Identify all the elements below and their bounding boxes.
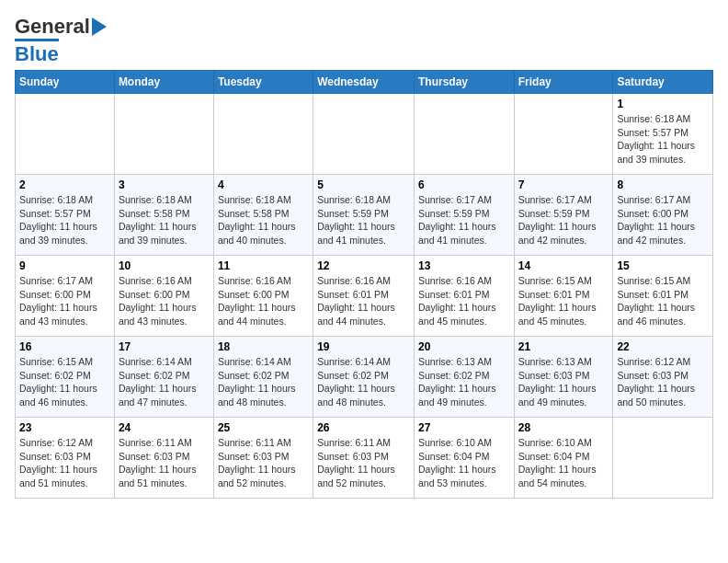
- day-cell-9: 9Sunrise: 6:17 AM Sunset: 6:00 PM Daylig…: [16, 256, 115, 337]
- day-info: Sunrise: 6:18 AM Sunset: 5:58 PM Dayligh…: [119, 193, 210, 247]
- day-number: 4: [218, 178, 309, 191]
- empty-cell: [613, 418, 713, 499]
- weekday-header-sunday: Sunday: [16, 71, 115, 94]
- week-row-2: 2Sunrise: 6:18 AM Sunset: 5:57 PM Daylig…: [16, 175, 713, 256]
- day-number: 10: [119, 259, 210, 272]
- day-number: 22: [617, 340, 709, 353]
- day-cell-20: 20Sunrise: 6:13 AM Sunset: 6:02 PM Dayli…: [414, 337, 514, 418]
- day-number: 9: [19, 259, 110, 272]
- day-number: 7: [518, 178, 609, 191]
- day-cell-22: 22Sunrise: 6:12 AM Sunset: 6:03 PM Dayli…: [613, 337, 713, 418]
- day-number: 2: [19, 178, 110, 191]
- day-info: Sunrise: 6:17 AM Sunset: 5:59 PM Dayligh…: [418, 193, 510, 247]
- weekday-header-friday: Friday: [514, 71, 613, 94]
- day-info: Sunrise: 6:15 AM Sunset: 6:02 PM Dayligh…: [19, 355, 110, 409]
- day-cell-27: 27Sunrise: 6:10 AM Sunset: 6:04 PM Dayli…: [414, 418, 514, 499]
- day-number: 26: [317, 421, 410, 434]
- day-cell-3: 3Sunrise: 6:18 AM Sunset: 5:58 PM Daylig…: [114, 175, 213, 256]
- day-number: 15: [617, 259, 709, 272]
- day-number: 19: [317, 340, 410, 353]
- weekday-header-wednesday: Wednesday: [313, 71, 415, 94]
- logo-general: General: [15, 15, 90, 39]
- day-number: 21: [518, 340, 609, 353]
- day-info: Sunrise: 6:18 AM Sunset: 5:59 PM Dayligh…: [317, 193, 410, 247]
- day-cell-15: 15Sunrise: 6:15 AM Sunset: 6:01 PM Dayli…: [613, 256, 713, 337]
- day-cell-1: 1Sunrise: 6:18 AM Sunset: 5:57 PM Daylig…: [613, 94, 713, 175]
- day-cell-6: 6Sunrise: 6:17 AM Sunset: 5:59 PM Daylig…: [414, 175, 514, 256]
- weekday-header-monday: Monday: [114, 71, 213, 94]
- empty-cell: [114, 94, 213, 175]
- day-number: 12: [317, 259, 410, 272]
- day-info: Sunrise: 6:13 AM Sunset: 6:02 PM Dayligh…: [418, 355, 510, 409]
- day-info: Sunrise: 6:11 AM Sunset: 6:03 PM Dayligh…: [119, 436, 210, 490]
- day-number: 18: [218, 340, 309, 353]
- day-cell-10: 10Sunrise: 6:16 AM Sunset: 6:00 PM Dayli…: [114, 256, 213, 337]
- day-number: 13: [418, 259, 510, 272]
- day-cell-17: 17Sunrise: 6:14 AM Sunset: 6:02 PM Dayli…: [114, 337, 213, 418]
- day-info: Sunrise: 6:12 AM Sunset: 6:03 PM Dayligh…: [617, 355, 709, 409]
- weekday-header-saturday: Saturday: [613, 71, 713, 94]
- day-cell-11: 11Sunrise: 6:16 AM Sunset: 6:00 PM Dayli…: [213, 256, 313, 337]
- day-cell-24: 24Sunrise: 6:11 AM Sunset: 6:03 PM Dayli…: [114, 418, 213, 499]
- day-info: Sunrise: 6:14 AM Sunset: 6:02 PM Dayligh…: [218, 355, 309, 409]
- empty-cell: [313, 94, 415, 175]
- day-number: 8: [617, 178, 709, 191]
- day-info: Sunrise: 6:18 AM Sunset: 5:58 PM Dayligh…: [218, 193, 309, 247]
- day-number: 11: [218, 259, 309, 272]
- day-number: 27: [418, 421, 510, 434]
- day-info: Sunrise: 6:15 AM Sunset: 6:01 PM Dayligh…: [617, 274, 709, 328]
- day-cell-13: 13Sunrise: 6:16 AM Sunset: 6:01 PM Dayli…: [414, 256, 514, 337]
- day-info: Sunrise: 6:18 AM Sunset: 5:57 PM Dayligh…: [19, 193, 110, 247]
- week-row-3: 9Sunrise: 6:17 AM Sunset: 6:00 PM Daylig…: [16, 256, 713, 337]
- day-cell-18: 18Sunrise: 6:14 AM Sunset: 6:02 PM Dayli…: [213, 337, 313, 418]
- day-number: 25: [218, 421, 309, 434]
- empty-cell: [16, 94, 115, 175]
- day-number: 28: [518, 421, 609, 434]
- day-cell-25: 25Sunrise: 6:11 AM Sunset: 6:03 PM Dayli…: [213, 418, 313, 499]
- day-number: 6: [418, 178, 510, 191]
- header: General Blue: [15, 15, 713, 66]
- weekday-header-tuesday: Tuesday: [213, 71, 313, 94]
- empty-cell: [514, 94, 613, 175]
- empty-cell: [414, 94, 514, 175]
- day-info: Sunrise: 6:13 AM Sunset: 6:03 PM Dayligh…: [518, 355, 609, 409]
- week-row-1: 1Sunrise: 6:18 AM Sunset: 5:57 PM Daylig…: [16, 94, 713, 175]
- day-info: Sunrise: 6:16 AM Sunset: 6:01 PM Dayligh…: [418, 274, 510, 328]
- day-info: Sunrise: 6:12 AM Sunset: 6:03 PM Dayligh…: [19, 436, 110, 490]
- day-cell-8: 8Sunrise: 6:17 AM Sunset: 6:00 PM Daylig…: [613, 175, 713, 256]
- day-info: Sunrise: 6:11 AM Sunset: 6:03 PM Dayligh…: [317, 436, 410, 490]
- day-number: 23: [19, 421, 110, 434]
- day-cell-4: 4Sunrise: 6:18 AM Sunset: 5:58 PM Daylig…: [213, 175, 313, 256]
- day-cell-14: 14Sunrise: 6:15 AM Sunset: 6:01 PM Dayli…: [514, 256, 613, 337]
- day-number: 5: [317, 178, 410, 191]
- day-cell-28: 28Sunrise: 6:10 AM Sunset: 6:04 PM Dayli…: [514, 418, 613, 499]
- day-number: 20: [418, 340, 510, 353]
- day-info: Sunrise: 6:16 AM Sunset: 6:00 PM Dayligh…: [119, 274, 210, 328]
- day-info: Sunrise: 6:14 AM Sunset: 6:02 PM Dayligh…: [317, 355, 410, 409]
- day-info: Sunrise: 6:15 AM Sunset: 6:01 PM Dayligh…: [518, 274, 609, 328]
- day-info: Sunrise: 6:16 AM Sunset: 6:00 PM Dayligh…: [218, 274, 309, 328]
- logo-blue: Blue: [15, 39, 59, 66]
- day-cell-26: 26Sunrise: 6:11 AM Sunset: 6:03 PM Dayli…: [313, 418, 415, 499]
- calendar-table: SundayMondayTuesdayWednesdayThursdayFrid…: [15, 70, 713, 499]
- day-info: Sunrise: 6:10 AM Sunset: 6:04 PM Dayligh…: [518, 436, 609, 490]
- day-info: Sunrise: 6:14 AM Sunset: 6:02 PM Dayligh…: [119, 355, 210, 409]
- day-cell-19: 19Sunrise: 6:14 AM Sunset: 6:02 PM Dayli…: [313, 337, 415, 418]
- day-cell-23: 23Sunrise: 6:12 AM Sunset: 6:03 PM Dayli…: [16, 418, 115, 499]
- day-info: Sunrise: 6:18 AM Sunset: 5:57 PM Dayligh…: [617, 112, 709, 167]
- day-cell-21: 21Sunrise: 6:13 AM Sunset: 6:03 PM Dayli…: [514, 337, 613, 418]
- day-info: Sunrise: 6:17 AM Sunset: 6:00 PM Dayligh…: [617, 193, 709, 247]
- day-info: Sunrise: 6:10 AM Sunset: 6:04 PM Dayligh…: [418, 436, 510, 490]
- weekday-header-row: SundayMondayTuesdayWednesdayThursdayFrid…: [16, 71, 713, 94]
- week-row-4: 16Sunrise: 6:15 AM Sunset: 6:02 PM Dayli…: [16, 337, 713, 418]
- day-number: 24: [119, 421, 210, 434]
- day-number: 14: [518, 259, 609, 272]
- day-cell-5: 5Sunrise: 6:18 AM Sunset: 5:59 PM Daylig…: [313, 175, 415, 256]
- day-info: Sunrise: 6:17 AM Sunset: 5:59 PM Dayligh…: [518, 193, 609, 247]
- day-number: 16: [19, 340, 110, 353]
- weekday-header-thursday: Thursday: [414, 71, 514, 94]
- day-number: 17: [119, 340, 210, 353]
- day-info: Sunrise: 6:17 AM Sunset: 6:00 PM Dayligh…: [19, 274, 110, 328]
- day-cell-2: 2Sunrise: 6:18 AM Sunset: 5:57 PM Daylig…: [16, 175, 115, 256]
- day-number: 3: [119, 178, 210, 191]
